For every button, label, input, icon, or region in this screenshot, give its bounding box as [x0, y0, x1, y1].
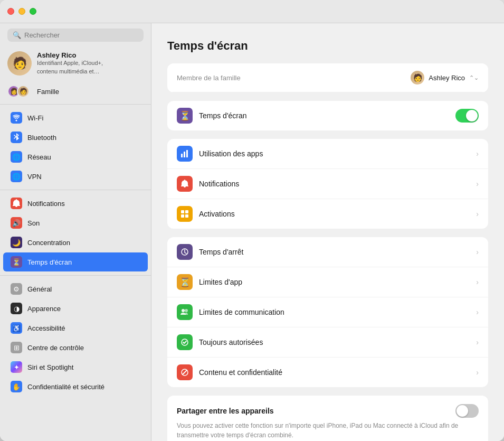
comm-limits-row-icon: [177, 304, 193, 320]
app-limits-left: ⏳ Limites d'app: [177, 274, 242, 290]
app-usage-row[interactable]: Utilisation des apps ›: [167, 139, 488, 169]
titlebar: [0, 0, 504, 23]
accessibility-icon: ♿: [11, 322, 22, 334]
sidebar-item-label-concentration: Concentration: [27, 239, 70, 247]
share-title-row: Partager entre les appareils: [177, 404, 479, 418]
screentime-toggle-card: ⏳ Temps d'écran: [167, 101, 488, 130]
sidebar-item-label-general: Général: [27, 285, 52, 293]
screentime-toggle-left: ⏳ Temps d'écran: [177, 108, 247, 124]
sidebar-item-label-confidentialite: Confidentialité et sécurité: [27, 383, 104, 391]
always-allowed-left: Toujours autorisées: [177, 334, 263, 350]
sidebar-item-notifications[interactable]: Notifications: [3, 194, 148, 213]
sidebar-item-siri[interactable]: ✦ Siri et Spotlight: [3, 358, 148, 377]
content-area: 🔍 🧑 Ashley Rico Identifiant Apple, iClou…: [0, 23, 504, 441]
family-member-card: Membre de la famille 🧑 Ashley Rico ⌃⌄: [167, 63, 488, 92]
chevron-updown-icon: ⌃⌄: [469, 74, 479, 81]
user-profile[interactable]: 🧑 Ashley Rico Identifiant Apple, iCloud+…: [0, 46, 151, 81]
activations-row-label: Activations: [199, 210, 235, 218]
family-member-selector[interactable]: 🧑 Ashley Rico ⌃⌄: [411, 71, 479, 85]
sidebar-item-label-notifications: Notifications: [27, 200, 65, 208]
search-icon: 🔍: [13, 31, 21, 39]
search-bar[interactable]: 🔍: [7, 29, 144, 42]
notifications-row[interactable]: Notifications ›: [167, 169, 488, 199]
sidebar-item-accessibilite[interactable]: ♿ Accessibilité: [3, 318, 148, 337]
sidebar-item-bluetooth[interactable]: Bluetooth: [3, 128, 148, 147]
svg-rect-5: [181, 214, 184, 218]
close-button[interactable]: [7, 8, 14, 15]
user-subtitle: Identifiant Apple, iCloud+,contenu multi…: [37, 59, 103, 76]
traffic-lights: [7, 8, 36, 15]
family-member-row: Membre de la famille 🧑 Ashley Rico ⌃⌄: [167, 63, 488, 92]
sidebar-item-concentration[interactable]: 🌙 Concentration: [3, 233, 148, 252]
activations-chevron-icon: ›: [476, 210, 479, 218]
notifications-sidebar-icon: [11, 198, 22, 209]
always-allowed-row[interactable]: Toujours autorisées ›: [167, 327, 488, 358]
focus-icon: 🌙: [11, 237, 22, 248]
content-privacy-left: Contenu et confidentialité: [177, 364, 282, 380]
notifications-chevron-icon: ›: [476, 180, 479, 188]
sidebar-item-wifi[interactable]: Wi-Fi: [3, 108, 148, 127]
sidebar: 🔍 🧑 Ashley Rico Identifiant Apple, iClou…: [0, 23, 151, 441]
screentime-sidebar-icon: ⏳: [11, 256, 22, 268]
svg-rect-2: [186, 150, 188, 157]
bluetooth-icon: [11, 132, 22, 143]
app-limits-row-label: Limites d'app: [199, 278, 242, 286]
notifications-right: ›: [476, 180, 479, 188]
svg-rect-1: [184, 152, 185, 157]
activations-right: ›: [476, 210, 479, 218]
downtime-left: Temps d'arrêt: [177, 244, 243, 260]
content-privacy-right: ›: [476, 368, 479, 377]
sidebar-item-son[interactable]: 🔊 Son: [3, 213, 148, 232]
fullscreen-button[interactable]: [30, 8, 36, 15]
family-member-name: Ashley Rico: [429, 74, 465, 82]
sidebar-item-apparence[interactable]: ◑ Apparence: [3, 299, 148, 318]
privacy-icon: ✋: [11, 381, 22, 392]
sidebar-item-label-reseau: Réseau: [27, 153, 51, 161]
content-privacy-row[interactable]: Contenu et confidentialité ›: [167, 358, 488, 387]
user-name: Ashley Rico: [37, 51, 103, 59]
comm-limits-chevron-icon: ›: [476, 308, 479, 316]
family-avatar-2: 🧑: [17, 85, 30, 98]
comm-limits-row[interactable]: Limites de communication ›: [167, 297, 488, 327]
activations-row-icon: [177, 206, 193, 222]
svg-rect-0: [181, 154, 183, 157]
search-input[interactable]: [24, 31, 138, 39]
sidebar-item-label-apparence: Apparence: [27, 305, 61, 313]
sidebar-divider-3: [0, 275, 151, 276]
content-privacy-row-icon: [177, 364, 193, 380]
minimize-button[interactable]: [18, 8, 25, 15]
app-usage-icon: [177, 146, 193, 162]
downtime-chevron-icon: ›: [476, 248, 479, 256]
screentime-toggle-label: Temps d'écran: [199, 111, 247, 120]
sidebar-divider-1: [0, 104, 151, 105]
sidebar-item-reseau[interactable]: 🌐 Réseau: [3, 147, 148, 166]
content-privacy-row-label: Contenu et confidentialité: [199, 368, 282, 377]
downtime-row-icon: [177, 244, 193, 260]
main-window: 🔍 🧑 Ashley Rico Identifiant Apple, iClou…: [0, 0, 504, 441]
sidebar-item-label-vpn: VPN: [27, 173, 42, 181]
main-content: Temps d'écran Membre de la famille 🧑 Ash…: [151, 23, 504, 441]
screentime-toggle[interactable]: [455, 109, 479, 123]
sidebar-section-prefs: ⚙ Général ◑ Apparence ♿ Accessibilité ⊞ …: [0, 278, 151, 398]
app-usage-right: ›: [476, 149, 479, 158]
app-usage-chevron-icon: ›: [476, 149, 479, 158]
app-usage-label: Utilisation des apps: [199, 149, 263, 158]
share-toggle[interactable]: [455, 404, 479, 418]
family-label: Famille: [37, 88, 59, 96]
activations-row[interactable]: Activations ›: [167, 199, 488, 229]
comm-limits-left: Limites de communication: [177, 304, 284, 320]
app-limits-row[interactable]: ⏳ Limites d'app ›: [167, 267, 488, 297]
family-row[interactable]: 👩 🧑 Famille: [0, 81, 151, 102]
sidebar-item-label-bluetooth: Bluetooth: [27, 134, 56, 142]
comm-limits-row-label: Limites de communication: [199, 308, 284, 316]
network-icon: 🌐: [11, 151, 22, 163]
sidebar-item-general[interactable]: ⚙ Général: [3, 279, 148, 298]
sidebar-item-vpn[interactable]: 🌐 VPN: [3, 167, 148, 186]
sidebar-item-centre-controle[interactable]: ⊞ Centre de contrôle: [3, 338, 148, 357]
sidebar-item-label-siri: Siri et Spotlight: [27, 363, 73, 371]
sidebar-item-confidentialite[interactable]: ✋ Confidentialité et sécurité: [3, 377, 148, 396]
sidebar-item-temps-decran[interactable]: ⏳ Temps d'écran: [3, 252, 148, 271]
downtime-row[interactable]: Temps d'arrêt ›: [167, 237, 488, 267]
limits-card: Temps d'arrêt › ⏳ Limites d'app ›: [167, 237, 488, 387]
family-member-avatar: 🧑: [411, 71, 424, 85]
